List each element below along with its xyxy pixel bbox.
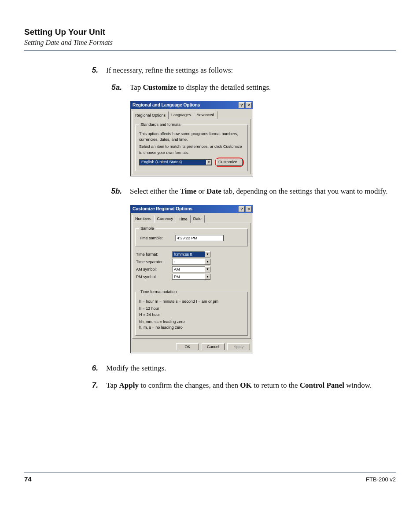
- window-regional-options: Regional and Language Options ? × Region…: [130, 101, 253, 176]
- tab-advanced[interactable]: Advanced: [194, 111, 217, 119]
- titlebar: Regional and Language Options ? ×: [130, 101, 253, 109]
- step-7: 7. Tap Apply to confirm the changes, and…: [88, 380, 396, 391]
- cancel-button[interactable]: Cancel: [202, 343, 225, 350]
- time-format-combo[interactable]: h:mm:ss tt ▼: [172, 251, 210, 257]
- tab-time[interactable]: Time: [176, 215, 191, 223]
- group-notation: Time format notation h = hour m = minute…: [135, 289, 248, 336]
- highlight-ring: Customize...: [215, 158, 244, 167]
- tab-regional-options[interactable]: Regional Options: [132, 111, 169, 119]
- titlebar: Customize Regional Options ? ×: [130, 205, 253, 213]
- time-separator-value: :: [172, 259, 205, 265]
- close-button[interactable]: ×: [246, 102, 252, 108]
- notation-line-5: h, m, s = no leading zero: [139, 325, 244, 330]
- model-label: FTB-200 v2: [366, 476, 396, 483]
- page-subtitle: Setting Date and Time Formats: [24, 39, 396, 47]
- locale-select[interactable]: English (United States) ▼: [139, 159, 212, 165]
- tab-date[interactable]: Date: [190, 215, 205, 223]
- am-symbol-label: AM symbol:: [136, 267, 169, 272]
- step-5a-num: 5a.: [106, 82, 122, 93]
- am-symbol-value: AM: [172, 266, 205, 272]
- screenshot-customize-regional: Customize Regional Options ? × Numbers C…: [130, 205, 396, 353]
- dialog-buttons: OK Cancel Apply: [130, 341, 253, 353]
- step-7-bold3: Control Panel: [300, 381, 344, 389]
- time-sample-label: Time sample:: [139, 235, 172, 241]
- tab-numbers[interactable]: Numbers: [132, 215, 155, 223]
- step-5-text: If necessary, refine the settings as fol…: [106, 65, 396, 76]
- help-button[interactable]: ?: [239, 206, 245, 212]
- step-6: 6. Modify the settings.: [88, 363, 396, 374]
- page-number: 74: [24, 475, 32, 483]
- chevron-down-icon: ▼: [205, 251, 210, 257]
- time-separator-label: Time separator:: [136, 259, 169, 265]
- window-control-box: ? ×: [239, 102, 252, 108]
- tabstrip: Regional Options Languages Advanced: [130, 109, 253, 119]
- ok-button[interactable]: OK: [176, 343, 199, 350]
- group-sample-legend: Sample: [139, 226, 155, 231]
- tab-panel: Standards and formats This option affect…: [132, 119, 251, 174]
- time-sample-row: Time sample: 4:29:22 PM: [139, 235, 244, 241]
- page-header: Setting Up Your Unit Setting Date and Ti…: [24, 27, 396, 51]
- step-7-post2: window.: [344, 381, 372, 389]
- tab-languages[interactable]: Languages: [168, 111, 194, 119]
- notation-line-1: h = hour m = minute s = second t = am or…: [139, 299, 244, 304]
- window-customize-regional: Customize Regional Options ? × Numbers C…: [130, 205, 253, 353]
- screenshot-regional-options: Regional and Language Options ? × Region…: [130, 101, 396, 176]
- pm-symbol-value: PM: [172, 274, 205, 280]
- footer-rule: [24, 472, 396, 473]
- step-7-mid: to confirm the changes, and then: [139, 381, 240, 389]
- tab-currency[interactable]: Currency: [154, 215, 177, 223]
- apply-button[interactable]: Apply: [227, 343, 250, 350]
- locale-row: English (United States) ▼ Customize...: [139, 158, 244, 167]
- step-7-bold2: OK: [240, 381, 251, 389]
- hint-1: This option affects how some programs fo…: [139, 131, 244, 143]
- pm-symbol-row: PM symbol: PM ▼: [136, 274, 247, 280]
- step-5b-num: 5b.: [106, 186, 122, 197]
- step-5: 5. If necessary, refine the settings as …: [88, 65, 396, 76]
- time-separator-combo[interactable]: : ▼: [172, 259, 210, 265]
- page-footer: 74 FTB-200 v2: [24, 472, 396, 483]
- group-standards-formats: Standards and formats This option affect…: [135, 122, 248, 171]
- am-symbol-combo[interactable]: AM ▼: [172, 266, 210, 272]
- group-notation-legend: Time format notation: [139, 289, 178, 295]
- help-button[interactable]: ?: [239, 102, 245, 108]
- notation-line-3: H = 24 hour: [139, 312, 244, 317]
- step-5a-text: Tap Customize to display the detailed se…: [130, 82, 396, 93]
- close-button[interactable]: ×: [246, 206, 252, 212]
- chevron-down-icon: ▼: [206, 160, 212, 165]
- step-5a-bold: Customize: [143, 83, 177, 92]
- page-content: 5. If necessary, refine the settings as …: [24, 62, 396, 466]
- pm-symbol-combo[interactable]: PM ▼: [172, 274, 210, 280]
- step-5b-bold1: Time: [180, 187, 196, 195]
- step-5b-pre: Select either the: [130, 187, 180, 195]
- group-sample: Sample Time sample: 4:29:22 PM: [135, 226, 248, 246]
- time-format-value: h:mm:ss tt: [172, 251, 205, 257]
- tabstrip: Numbers Currency Time Date: [130, 213, 253, 223]
- chevron-down-icon: ▼: [205, 266, 210, 272]
- window-control-box: ? ×: [239, 206, 252, 212]
- group-time-fields: Time format: h:mm:ss tt ▼ Time separator…: [135, 250, 248, 281]
- time-sample-display: 4:29:22 PM: [175, 235, 224, 241]
- step-5a-pre: Tap: [130, 83, 143, 92]
- hint-2: Select an item to match its preferences,…: [139, 144, 244, 155]
- step-7-num: 7.: [88, 380, 98, 391]
- step-5b-post: tab, depending on the settings that you …: [221, 187, 388, 195]
- step-5a-post: to display the detailed settings.: [177, 83, 271, 92]
- step-6-num: 6.: [88, 363, 98, 374]
- locale-select-value: English (United States): [141, 159, 182, 165]
- time-separator-row: Time separator: : ▼: [136, 259, 247, 265]
- window-title: Regional and Language Options: [133, 102, 200, 109]
- page-title: Setting Up Your Unit: [24, 27, 396, 37]
- am-symbol-row: AM symbol: AM ▼: [136, 266, 247, 272]
- chevron-down-icon: ▼: [205, 259, 210, 265]
- step-7-text: Tap Apply to confirm the changes, and th…: [106, 380, 396, 391]
- step-5b-mid: or: [196, 187, 206, 195]
- step-5b-bold2: Date: [206, 187, 221, 195]
- customize-button[interactable]: Customize...: [216, 159, 243, 166]
- step-5b-text: Select either the Time or Date tab, depe…: [130, 186, 396, 197]
- document-page: Setting Up Your Unit Setting Date and Ti…: [0, 0, 420, 510]
- notation-line-2: h = 12 hour: [139, 306, 244, 311]
- time-format-label: Time format:: [136, 252, 169, 257]
- header-rule: [24, 50, 396, 51]
- step-7-pre: Tap: [106, 381, 119, 389]
- tab-panel: Sample Time sample: 4:29:22 PM Time form…: [132, 223, 251, 339]
